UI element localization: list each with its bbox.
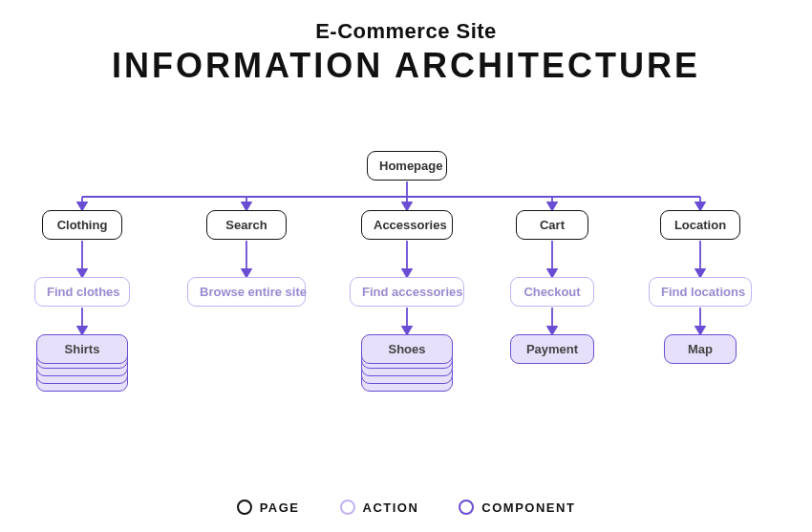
legend-action: ACTION (340, 500, 419, 515)
node-component-shoes: Shoes (361, 334, 453, 364)
node-component-payment: Payment (510, 334, 594, 364)
node-action-browse-site: Browse entire site (187, 277, 306, 307)
node-component-shirts: Shirts (36, 334, 128, 364)
node-page-location: Location (660, 210, 740, 240)
node-action-checkout: Checkout (510, 277, 594, 307)
node-page-cart: Cart (516, 210, 588, 240)
diagram-canvas: Homepage Clothing Find clothes Shirts Se… (0, 105, 812, 449)
legend: PAGE ACTION COMPONENT (0, 500, 812, 515)
diagram-title: INFORMATION ARCHITECTURE (0, 46, 812, 86)
legend-component: COMPONENT (459, 500, 575, 515)
legend-page: PAGE (237, 500, 300, 515)
legend-swatch-action (340, 500, 355, 515)
node-component-map: Map (664, 334, 737, 364)
node-homepage: Homepage (367, 151, 447, 181)
title-block: E-Commerce Site INFORMATION ARCHITECTURE (0, 0, 812, 86)
node-page-search: Search (206, 210, 287, 240)
diagram-subtitle: E-Commerce Site (0, 19, 812, 44)
node-page-clothing: Clothing (42, 210, 122, 240)
node-action-find-accessories: Find accessories (350, 277, 464, 307)
legend-label-page: PAGE (260, 500, 300, 515)
node-action-find-locations: Find locations (649, 277, 752, 307)
legend-swatch-component (459, 500, 474, 515)
node-page-accessories: Accessories (361, 210, 453, 240)
node-action-find-clothes: Find clothes (34, 277, 130, 307)
legend-label-component: COMPONENT (481, 500, 575, 515)
legend-swatch-page (237, 500, 252, 515)
legend-label-action: ACTION (363, 500, 419, 515)
